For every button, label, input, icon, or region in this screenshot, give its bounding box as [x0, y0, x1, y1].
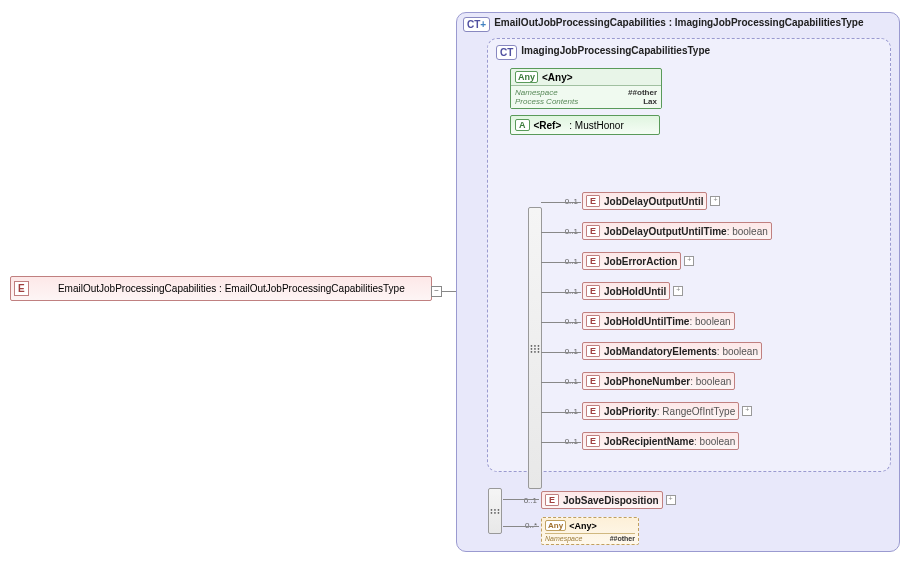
ct-inner: CT ImagingJobProcessingCapabilitiesType … — [487, 38, 891, 472]
ct-badge: CT+ — [463, 17, 490, 32]
element-job-save-disposition[interactable]: 0..1 EJobSaveDisposition + — [517, 491, 676, 509]
ct-outer: CT+ EmailOutJobProcessingCapabilities : … — [456, 12, 900, 552]
root-label: EmailOutJobProcessingCapabilities : Emai… — [32, 277, 431, 300]
attribute-ref[interactable]: A <Ref> : MustHonor — [510, 115, 660, 135]
ct-inner-header: CT ImagingJobProcessingCapabilitiesType — [492, 43, 886, 66]
any-badge: Any — [545, 520, 566, 531]
ct-badge: CT — [496, 45, 517, 60]
any-label: <Any> — [542, 72, 573, 83]
element-job-recipient-name[interactable]: 0..1 EJobRecipientName : boolean — [558, 432, 739, 450]
occurrence: 0..1 — [558, 257, 578, 266]
occurrence: 0..1 — [558, 407, 578, 416]
occurrence: 0..1 — [558, 317, 578, 326]
expand-toggle[interactable]: + — [684, 256, 694, 266]
occurrence: 0..1 — [558, 197, 578, 206]
expand-toggle[interactable]: + — [666, 495, 676, 505]
occurrence: 0..1 — [558, 437, 578, 446]
expand-toggle[interactable]: − — [431, 286, 442, 297]
occurrence: 0..1 — [558, 287, 578, 296]
element-job-phone-number[interactable]: 0..1 EJobPhoneNumber : boolean — [558, 372, 735, 390]
sequence-compositor[interactable]: ● ● ●● ● ●● ● ● — [528, 207, 542, 489]
expand-toggle[interactable]: + — [710, 196, 720, 206]
root-element[interactable]: E EmailOutJobProcessingCapabilities : Em… — [10, 276, 432, 301]
any-badge: Any — [515, 71, 538, 83]
any-attrs: Namespace##other Process ContentsLax — [511, 85, 661, 108]
expand-toggle[interactable]: + — [673, 286, 683, 296]
ref-value: : MustHonor — [569, 120, 623, 131]
any-wildcard[interactable]: Any <Any> Namespace##other Process Conte… — [510, 68, 662, 109]
occurrence: 0..1 — [558, 227, 578, 236]
any-wildcard-bottom[interactable]: 0..* Any <Any> Namespace##other — [517, 517, 639, 545]
xsd-diagram: E EmailOutJobProcessingCapabilities : Em… — [10, 10, 904, 552]
occurrence: 0..1 — [517, 496, 537, 505]
expand-toggle[interactable]: + — [742, 406, 752, 416]
element-job-error-action[interactable]: 0..1 EJobErrorAction + — [558, 252, 694, 270]
attr-badge: A — [515, 119, 530, 131]
occurrence: 0..1 — [558, 377, 578, 386]
element-job-mandatory-elements[interactable]: 0..1 EJobMandatoryElements : boolean — [558, 342, 762, 360]
element-job-delay-output-until-time[interactable]: 0..1 EJobDelayOutputUntilTime : boolean — [558, 222, 772, 240]
element-job-hold-until-time[interactable]: 0..1 EJobHoldUntilTime : boolean — [558, 312, 735, 330]
any-label: <Any> — [569, 521, 597, 531]
ct-outer-header: CT+ EmailOutJobProcessingCapabilities : … — [457, 13, 899, 36]
sequence-compositor[interactable]: ● ● ●● ● ● — [488, 488, 502, 534]
connector — [442, 291, 456, 292]
ct-inner-title: ImagingJobProcessingCapabilitiesType — [521, 45, 882, 57]
element-job-priority[interactable]: 0..1 EJobPriority : RangeOfIntType + — [558, 402, 752, 420]
ref-label: <Ref> — [534, 120, 562, 131]
ct-outer-title: EmailOutJobProcessingCapabilities : Imag… — [494, 17, 893, 29]
element-job-delay-output-until[interactable]: 0..1 EJobDelayOutputUntil + — [558, 192, 720, 210]
occurrence: 0..1 — [558, 347, 578, 356]
element-job-hold-until[interactable]: 0..1 EJobHoldUntil + — [558, 282, 683, 300]
element-badge: E — [14, 281, 29, 296]
